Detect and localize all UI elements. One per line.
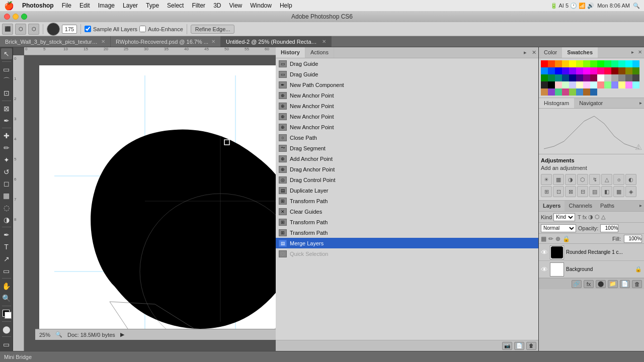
swatch-51[interactable] [604, 81, 611, 88]
swatch-12[interactable] [625, 60, 632, 67]
brush-size-input[interactable] [62, 25, 77, 34]
size-picker[interactable] [47, 23, 60, 36]
history-item-0[interactable]: ▭Drag Guide [276, 58, 538, 69]
tab-swatches[interactable]: Swatches [562, 47, 598, 58]
menu-help[interactable]: Help [276, 0, 296, 11]
gradient-tool[interactable]: ▦ [1, 190, 12, 201]
pen-tool[interactable]: ✒ [1, 229, 12, 240]
swatch-20[interactable] [583, 67, 590, 74]
swatch-19[interactable] [576, 67, 583, 74]
history-item-14[interactable]: ✕Clear Guides [276, 206, 538, 217]
text-tool[interactable]: T [1, 241, 12, 252]
selective-color-icon[interactable]: ◈ [625, 186, 636, 197]
history-brush-tool[interactable]: ↺ [1, 166, 12, 177]
delete-layer-button[interactable]: 🗑 [632, 280, 642, 288]
history-panel-close[interactable]: ✕ [530, 47, 538, 58]
swatch-42[interactable] [541, 81, 548, 88]
swatch-56[interactable] [541, 88, 548, 96]
arrow-icon[interactable]: ▶ [120, 331, 124, 338]
swatch-16[interactable] [555, 67, 562, 74]
foreground-color[interactable] [1, 308, 12, 319]
swatch-47[interactable] [576, 81, 583, 88]
swatch-7[interactable] [590, 60, 597, 67]
menu-select[interactable]: Select [163, 0, 188, 11]
swatch-38[interactable] [611, 74, 618, 81]
gradient-map-icon[interactable]: ▦ [613, 186, 624, 197]
swatches-panel-close[interactable]: ✕ [636, 47, 644, 58]
swatch-30[interactable] [555, 74, 562, 81]
history-item-18[interactable]: ⬡Quick Selection [276, 248, 538, 259]
swatch-27[interactable] [632, 67, 639, 74]
history-item-16[interactable]: ⊞Transform Path [276, 227, 538, 238]
swatch-62[interactable] [583, 88, 590, 96]
swatches-panel-options[interactable]: ▸ [629, 47, 636, 58]
swatch-34[interactable] [583, 74, 590, 81]
swatch-44[interactable] [555, 81, 562, 88]
maximize-button[interactable] [21, 14, 27, 20]
swatch-35[interactable] [590, 74, 597, 81]
swatch-31[interactable] [562, 74, 569, 81]
swatch-9[interactable] [604, 60, 611, 67]
tab-channels[interactable]: Channels [565, 201, 596, 211]
swatch-46[interactable] [569, 81, 576, 88]
refine-edge-button[interactable]: Refine Edge... [191, 25, 235, 34]
tab-brick-wall[interactable]: Brick_Wall_3_by_stock_pics_textures-Edit… [0, 36, 111, 47]
fill-input[interactable] [624, 235, 642, 243]
exposure-icon[interactable]: ⬡ [577, 174, 588, 185]
new-layer-button[interactable]: 📄 [620, 280, 630, 288]
history-item-13[interactable]: ⊞Transform Path [276, 196, 538, 206]
kind-select[interactable]: Kind [553, 213, 575, 221]
search-icon[interactable]: 🔍 [633, 3, 640, 9]
swatch-18[interactable] [569, 67, 576, 74]
menu-filter[interactable]: Filter [188, 0, 209, 11]
layers-options[interactable]: ▸ [637, 201, 644, 211]
tab-histogram[interactable]: Histogram [539, 98, 574, 108]
menu-type[interactable]: Type [142, 0, 163, 11]
move-tool[interactable]: ↖ [1, 48, 12, 59]
histogram-options[interactable]: ▸ [637, 98, 644, 108]
apple-menu[interactable]: 🍎 [0, 1, 18, 11]
dodge-tool[interactable]: ◑ [1, 214, 12, 225]
swatch-1[interactable] [548, 60, 555, 67]
swatch-60[interactable] [569, 88, 576, 96]
menu-window[interactable]: Window [246, 0, 276, 11]
channel-mixer-icon[interactable]: ⊡ [553, 186, 564, 197]
swatch-33[interactable] [576, 74, 583, 81]
swatch-4[interactable] [569, 60, 576, 67]
minimize-button[interactable] [13, 14, 19, 20]
tab-close-brick[interactable]: ✕ [101, 39, 105, 44]
levels-icon[interactable]: ▦ [553, 174, 564, 185]
tab-paths[interactable]: Paths [596, 201, 618, 211]
vibrance-icon[interactable]: ↯ [589, 174, 600, 185]
layer-visibility-icon[interactable]: 👁 [541, 248, 548, 256]
lock-transparent-icon[interactable]: ▦ [541, 235, 546, 242]
swatch-14[interactable] [541, 67, 548, 74]
menu-layer[interactable]: Layer [119, 0, 142, 11]
tab-rwphoto[interactable]: RWphoto-Recovered.psd @ 16.7% ... ✕ [111, 36, 221, 47]
blur-tool[interactable]: ◌ [1, 202, 12, 213]
quick-mask-tool[interactable]: ⬤ [1, 324, 12, 335]
swatch-22[interactable] [597, 67, 604, 74]
tab-layers[interactable]: Layers [539, 201, 565, 211]
swatch-50[interactable] [597, 81, 604, 88]
hand-tool[interactable]: ✋ [1, 281, 12, 292]
swatch-21[interactable] [590, 67, 597, 74]
threshold-icon[interactable]: ◧ [601, 186, 612, 197]
opacity-input[interactable] [600, 224, 618, 232]
blend-mode-select[interactable]: Normal [541, 224, 576, 232]
swatch-17[interactable] [562, 67, 569, 74]
history-item-5[interactable]: ⊕New Anchor Point [276, 111, 538, 122]
history-item-1[interactable]: ▭Drag Guide [276, 69, 538, 79]
swatch-55[interactable] [632, 81, 639, 88]
swatch-10[interactable] [611, 60, 618, 67]
swatch-61[interactable] [576, 88, 583, 96]
history-item-11[interactable]: ◎Drag Control Point [276, 174, 538, 185]
eraser-tool[interactable]: ◻ [1, 178, 12, 189]
color-lookup-icon[interactable]: ⊠ [565, 186, 576, 197]
marquee-tool[interactable]: ▭ [1, 64, 12, 75]
swatch-49[interactable] [590, 81, 597, 88]
auto-enhance-checkbox[interactable] [139, 26, 146, 32]
zoom-tool[interactable]: 🔍 [1, 293, 12, 304]
history-item-9[interactable]: ⊕Add Anchor Point [276, 153, 538, 164]
swatch-25[interactable] [618, 67, 625, 74]
